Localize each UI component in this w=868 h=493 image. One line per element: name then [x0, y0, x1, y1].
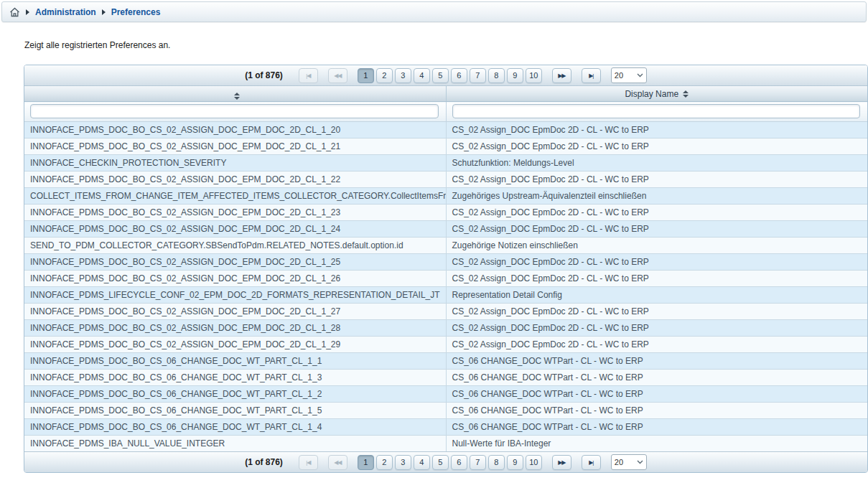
- table-row[interactable]: INNOFACE_PDMS_DOC_BO_CS_02_ASSIGN_DOC_EP…: [24, 205, 867, 221]
- page-button-8[interactable]: 8: [488, 455, 505, 470]
- table-row[interactable]: INNOFACE_PDMS_LIFECYCLE_CONF_02_EPM_DOC_…: [24, 287, 867, 304]
- preference-name-cell: INNOFACE_PDMS_DOC_BO_CS_02_ASSIGN_DOC_EP…: [24, 221, 446, 238]
- last-page-button[interactable]: ▶|: [582, 68, 601, 83]
- page-button-10[interactable]: 10: [526, 68, 542, 83]
- display-name-cell: CS_02 Assign_DOC EpmDoc 2D - CL - WC to …: [446, 271, 867, 287]
- table-row[interactable]: INNOFACE_PDMS_DOC_BO_CS_06_CHANGE_DOC_WT…: [24, 419, 867, 436]
- display-name-cell: CS_02 Assign_DOC EpmDoc 2D - CL - WC to …: [446, 138, 867, 155]
- sort-icon: [683, 90, 689, 98]
- preference-name-cell: INNOFACE_PDMS_IBA_NULL_VALUE_INTEGER: [24, 436, 446, 452]
- table-row[interactable]: INNOFACE_PDMS_DOC_BO_CS_02_ASSIGN_DOC_EP…: [24, 320, 867, 337]
- page-button-9[interactable]: 9: [507, 455, 523, 470]
- display-name-cell: CS_06 CHANGE_DOC WTPart - CL - WC to ERP: [446, 419, 867, 436]
- table-row[interactable]: INNOFACE_PDMS_DOC_BO_CS_02_ASSIGN_DOC_EP…: [24, 221, 867, 238]
- preference-name-cell: INNOFACE_PDMS_DOC_BO_CS_02_ASSIGN_DOC_EP…: [24, 337, 446, 353]
- page-button-6[interactable]: 6: [451, 68, 467, 83]
- table-row[interactable]: INNOFACE_PDMS_DOC_BO_CS_02_ASSIGN_DOC_EP…: [24, 254, 867, 271]
- table-row[interactable]: INNOFACE_PDMS_DOC_BO_CS_06_CHANGE_DOC_WT…: [24, 353, 867, 370]
- preference-name-cell: INNOFACE_PDMS_DOC_BO_CS_02_ASSIGN_DOC_EP…: [24, 320, 446, 337]
- intro-text: Zeigt alle registrierten Preferences an.: [24, 40, 868, 50]
- table-row[interactable]: INNOFACE_PDMS_DOC_BO_CS_02_ASSIGN_DOC_EP…: [24, 337, 867, 353]
- paginator-current-page: (1 of 876): [245, 457, 283, 467]
- column-header-display-name-label: Display Name: [625, 89, 678, 99]
- preference-name-cell: SEND_TO_PDM_COLLECTOR_CATEGORY.SBSendToP…: [24, 238, 446, 254]
- page-button-7[interactable]: 7: [470, 68, 486, 83]
- display-name-cell: CS_02 Assign_DOC EpmDoc 2D - CL - WC to …: [446, 254, 867, 271]
- page-button-2[interactable]: 2: [376, 455, 393, 470]
- page-button-3[interactable]: 3: [395, 68, 411, 83]
- last-page-button[interactable]: ▶|: [582, 455, 601, 470]
- page-button-5[interactable]: 5: [432, 68, 449, 83]
- table-row[interactable]: INNOFACE_PDMS_DOC_BO_CS_06_CHANGE_DOC_WT…: [24, 403, 867, 419]
- rows-per-page-select[interactable]: 20: [611, 67, 647, 83]
- preference-name-cell: INNOFACE_PDMS_DOC_BO_CS_06_CHANGE_DOC_WT…: [24, 370, 446, 386]
- display-name-cell: CS_06 CHANGE_DOC WTPart - CL - WC to ERP: [446, 370, 867, 386]
- page-button-4[interactable]: 4: [414, 455, 430, 470]
- paginator-current-page: (1 of 876): [245, 70, 283, 80]
- page-button-1[interactable]: 1: [358, 455, 374, 470]
- column-header-display-name[interactable]: Display Name: [446, 86, 867, 102]
- breadcrumb-item-preferences[interactable]: Preferences: [111, 7, 161, 17]
- chevron-down-icon: [637, 460, 643, 464]
- filter-cell-display-name: [446, 102, 867, 122]
- display-name-cell: CS_06 CHANGE_DOC WTPart - CL - WC to ERP: [446, 403, 867, 419]
- table-row[interactable]: INNOFACE_PDMS_DOC_BO_CS_02_ASSIGN_DOC_EP…: [24, 271, 867, 287]
- first-page-button: |◀: [299, 68, 318, 83]
- page-button-6[interactable]: 6: [451, 455, 467, 470]
- display-name-cell: Null-Werte für IBA-Integer: [446, 436, 867, 452]
- display-name-cell: Schutzfunktion: Meldungs-Level: [446, 155, 867, 172]
- display-name-cell: Zugehöriges Upstream-Äquivalenzteil eins…: [446, 188, 867, 205]
- table-row[interactable]: INNOFACE_PDMS_DOC_BO_CS_06_CHANGE_DOC_WT…: [24, 386, 867, 403]
- page-button-4[interactable]: 4: [414, 68, 430, 83]
- display-name-cell: CS_02 Assign_DOC EpmDoc 2D - CL - WC to …: [446, 320, 867, 337]
- breadcrumb-separator-icon: [102, 9, 106, 15]
- previous-page-button: ◀◀: [328, 68, 347, 83]
- page-button-5[interactable]: 5: [432, 455, 449, 470]
- preference-name-cell: INNOFACE_PDMS_DOC_BO_CS_02_ASSIGN_DOC_EP…: [24, 172, 446, 188]
- next-page-button[interactable]: ▶▶: [552, 455, 571, 470]
- first-page-button: |◀: [299, 455, 318, 470]
- next-page-button[interactable]: ▶▶: [552, 68, 571, 83]
- table-row[interactable]: COLLECT_ITEMS_FROM_CHANGE_ITEM_AFFECTED_…: [24, 188, 867, 205]
- table-body: INNOFACE_PDMS_DOC_BO_CS_02_ASSIGN_DOC_EP…: [24, 122, 867, 452]
- preference-name-cell: INNOFACE_PDMS_DOC_BO_CS_02_ASSIGN_DOC_EP…: [24, 122, 446, 138]
- breadcrumb: Administration Preferences: [1, 1, 867, 22]
- table-row[interactable]: INNOFACE_PDMS_DOC_BO_CS_02_ASSIGN_DOC_EP…: [24, 138, 867, 155]
- display-name-cell: CS_02 Assign_DOC EpmDoc 2D - CL - WC to …: [446, 304, 867, 320]
- table-row[interactable]: INNOFACE_PDMS_DOC_BO_CS_02_ASSIGN_DOC_EP…: [24, 304, 867, 320]
- sort-icon: [234, 93, 240, 100]
- table-row[interactable]: INNOFACE_CHECKIN_PROTECTION_SEVERITYSchu…: [24, 155, 867, 172]
- table-row[interactable]: INNOFACE_PDMS_DOC_BO_CS_02_ASSIGN_DOC_EP…: [24, 172, 867, 188]
- page-button-7[interactable]: 7: [470, 455, 486, 470]
- table-row[interactable]: INNOFACE_PDMS_DOC_BO_CS_02_ASSIGN_DOC_EP…: [24, 122, 867, 138]
- column-header-name[interactable]: [24, 86, 446, 102]
- table-row[interactable]: INNOFACE_PDMS_IBA_NULL_VALUE_INTEGERNull…: [24, 436, 867, 452]
- preference-name-cell: INNOFACE_CHECKIN_PROTECTION_SEVERITY: [24, 155, 446, 172]
- page-button-9[interactable]: 9: [507, 68, 523, 83]
- breadcrumb-item-administration[interactable]: Administration: [35, 7, 96, 17]
- page-button-2[interactable]: 2: [376, 68, 393, 83]
- table-row[interactable]: SEND_TO_PDM_COLLECTOR_CATEGORY.SBSendToP…: [24, 238, 867, 254]
- name-filter-input[interactable]: [30, 104, 439, 118]
- display-name-cell: CS_02 Assign_DOC EpmDoc 2D - CL - WC to …: [446, 205, 867, 221]
- preference-name-cell: INNOFACE_PDMS_DOC_BO_CS_06_CHANGE_DOC_WT…: [24, 386, 446, 403]
- previous-page-button: ◀◀: [328, 455, 347, 470]
- page-button-3[interactable]: 3: [395, 455, 411, 470]
- page-button-1[interactable]: 1: [358, 68, 374, 83]
- filter-cell-name: [24, 102, 446, 122]
- preference-name-cell: INNOFACE_PDMS_DOC_BO_CS_06_CHANGE_DOC_WT…: [24, 403, 446, 419]
- paginator-bottom: (1 of 876) |◀◀◀12345678910▶▶▶| 20: [24, 451, 867, 472]
- display-name-filter-input[interactable]: [452, 104, 861, 118]
- preference-name-cell: INNOFACE_PDMS_DOC_BO_CS_02_ASSIGN_DOC_EP…: [24, 271, 446, 287]
- home-icon[interactable]: [9, 7, 20, 17]
- page-button-10[interactable]: 10: [526, 455, 542, 470]
- rows-per-page-select[interactable]: 20: [611, 454, 647, 470]
- page-button-8[interactable]: 8: [488, 68, 505, 83]
- display-name-cell: CS_02 Assign_DOC EpmDoc 2D - CL - WC to …: [446, 172, 867, 188]
- chevron-down-icon: [637, 73, 643, 78]
- display-name-cell: Representation Detail Config: [446, 287, 867, 304]
- preference-name-cell: INNOFACE_PDMS_DOC_BO_CS_06_CHANGE_DOC_WT…: [24, 353, 446, 370]
- preference-name-cell: INNOFACE_PDMS_LIFECYCLE_CONF_02_EPM_DOC_…: [24, 287, 446, 304]
- table-row[interactable]: INNOFACE_PDMS_DOC_BO_CS_06_CHANGE_DOC_WT…: [24, 370, 867, 386]
- display-name-cell: CS_02 Assign_DOC EpmDoc 2D - CL - WC to …: [446, 122, 867, 138]
